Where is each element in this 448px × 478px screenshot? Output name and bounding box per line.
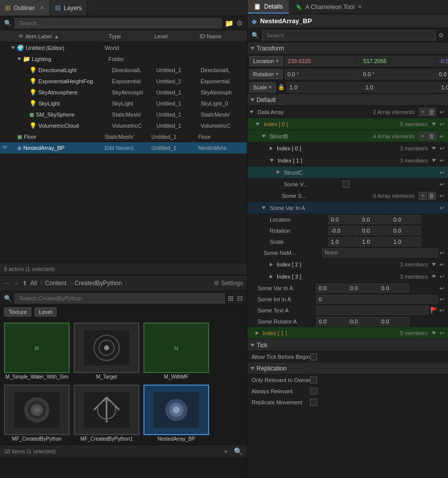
asset-m-simple-water[interactable]: M M_Simple_Water_With_Sim bbox=[4, 323, 70, 381]
data-array-del-btn[interactable]: 🗑 bbox=[428, 108, 436, 116]
rotation-y-field[interactable] bbox=[361, 69, 435, 79]
nav-up-btn[interactable]: ⬆ bbox=[22, 280, 27, 287]
struct-b-revert-btn[interactable]: ↩ bbox=[438, 132, 446, 140]
struct-c-some-v-revert[interactable]: ↩ bbox=[438, 180, 446, 188]
inner-rot-x[interactable] bbox=[328, 226, 359, 235]
inner-loc-x[interactable] bbox=[328, 215, 359, 224]
struct-c-expand[interactable] bbox=[276, 171, 280, 174]
index-0-revert-btn[interactable]: ↩ bbox=[438, 120, 446, 128]
location-y-field[interactable] bbox=[361, 56, 436, 66]
some-text-field[interactable] bbox=[316, 306, 429, 315]
breadcrumb-content[interactable]: Content bbox=[45, 280, 66, 287]
top-some-var-z[interactable] bbox=[379, 284, 409, 293]
tab-details[interactable]: 📋 Details bbox=[247, 0, 289, 14]
rotation-z-field[interactable] bbox=[436, 69, 448, 79]
location-z-field[interactable] bbox=[437, 56, 448, 66]
struct-b-del-btn[interactable]: 🗑 bbox=[428, 132, 436, 140]
index-0-expand[interactable] bbox=[256, 123, 260, 126]
data-array-add-btn[interactable]: + bbox=[419, 108, 427, 116]
struct-c-some-v-checkbox[interactable] bbox=[342, 181, 350, 188]
rotation-select[interactable]: Rotation ▼ bbox=[250, 69, 283, 79]
struct-c-some-s-add-btn[interactable]: + bbox=[419, 192, 427, 200]
struct-b-index-1-row[interactable]: Index [ 1 ] 3 members ↩ bbox=[247, 154, 448, 167]
tree-row-skylight[interactable]: 👁 💡 SkyLight SkyLight Untitled_1 SkyLigh… bbox=[0, 98, 247, 109]
transform-section-header[interactable]: Transform bbox=[247, 42, 448, 55]
index-1-revert-btn[interactable]: ↩ bbox=[438, 329, 446, 337]
details-search-input[interactable] bbox=[262, 30, 435, 40]
eye-icon-nested-bp[interactable]: 👁 bbox=[2, 144, 9, 151]
only-relevant-checkbox[interactable] bbox=[310, 377, 317, 384]
breadcrumb-created[interactable]: CreatedByPython bbox=[74, 280, 122, 287]
some-int-field[interactable] bbox=[316, 295, 438, 304]
struct-b-index-3-chevron[interactable] bbox=[432, 275, 436, 278]
scale-y-field[interactable] bbox=[363, 82, 437, 92]
replicate-movement-checkbox[interactable] bbox=[310, 399, 317, 406]
asset-nested-bp[interactable]: NestedArray_BP bbox=[143, 385, 209, 443]
asset-m-target[interactable]: M_Target bbox=[74, 323, 139, 381]
nav-forward-btn[interactable]: → bbox=[13, 280, 19, 287]
filter-level[interactable]: Level bbox=[34, 307, 57, 316]
some-text-revert[interactable]: ↩ bbox=[438, 306, 446, 314]
inner-scale-x[interactable] bbox=[328, 237, 359, 246]
some-var-in-a-expand[interactable] bbox=[262, 206, 266, 209]
location-select[interactable]: Location ▼ bbox=[250, 56, 283, 66]
struct-b-index-3-revert[interactable]: ↩ bbox=[438, 273, 446, 281]
struct-b-row[interactable]: StructB 4 Array elements + 🗑 ↩ bbox=[247, 130, 448, 142]
asset-mf-created1[interactable]: MF_CreatedByPython bbox=[4, 385, 70, 443]
struct-b-index-0-row[interactable]: Index [ 0 ] 3 members ↩ bbox=[247, 142, 448, 154]
scale-x-field[interactable] bbox=[287, 82, 362, 92]
data-array-revert-btn[interactable]: ↩ bbox=[438, 108, 446, 116]
tab-chameleon[interactable]: 🦎 A Chameleon Tool ✕ bbox=[289, 0, 368, 14]
struct-b-add-btn[interactable]: + bbox=[419, 132, 427, 140]
inner-rot-y[interactable] bbox=[360, 226, 390, 235]
tab-outliner-close[interactable]: ✕ bbox=[40, 5, 44, 11]
struct-c-some-s-row[interactable]: Some S... 0 Array elements + 🗑 ↩ bbox=[247, 190, 448, 202]
filter-texture[interactable]: Texture bbox=[4, 307, 31, 316]
struct-b-index-2-revert[interactable]: ↩ bbox=[438, 260, 446, 269]
some-rotator-x[interactable] bbox=[316, 317, 346, 326]
scale-lock-btn[interactable]: 🔒 bbox=[278, 82, 285, 92]
tree-row-vol-cloud[interactable]: 👁 💡 VolumetricCloud VolumetricC Untitled… bbox=[0, 120, 247, 131]
struct-b-index-2-chevron[interactable] bbox=[432, 263, 436, 266]
some-name-revert[interactable]: ↩ bbox=[438, 249, 446, 257]
struct-b-index-0-expand[interactable] bbox=[270, 146, 273, 150]
top-some-var-x[interactable] bbox=[316, 284, 346, 293]
tree-row-lighting[interactable]: 👁 📁 Lighting Folder bbox=[0, 54, 247, 65]
struct-b-index-2-expand[interactable] bbox=[270, 262, 273, 267]
outliner-search-input[interactable] bbox=[15, 18, 222, 28]
struct-c-revert[interactable]: ↩ bbox=[438, 169, 446, 177]
top-some-var-revert[interactable]: ↩ bbox=[438, 284, 446, 292]
add-bottom-btn[interactable]: + bbox=[221, 446, 231, 456]
index-0-chevron[interactable] bbox=[432, 123, 436, 126]
settings-btn[interactable]: ⚙ Settings bbox=[214, 280, 243, 287]
index-1-row[interactable]: Index [ 1 ] 5 members ↩ bbox=[247, 327, 448, 339]
some-rotator-y[interactable] bbox=[347, 317, 378, 326]
data-array-expand[interactable] bbox=[250, 111, 254, 114]
inner-rot-z[interactable] bbox=[391, 226, 421, 235]
content-search-input[interactable] bbox=[15, 293, 225, 303]
inner-loc-y[interactable] bbox=[360, 215, 390, 224]
tick-section-header[interactable]: Tick bbox=[247, 339, 448, 351]
show-all-btn[interactable]: All bbox=[30, 280, 37, 287]
scale-z-field[interactable] bbox=[438, 82, 448, 92]
tree-row-nested-bp[interactable]: 👁 ◆ NestedArray_BP Edit Nested. Untitled… bbox=[0, 142, 247, 153]
some-var-in-a-row[interactable]: Some Var In A ↩ bbox=[247, 202, 448, 214]
index-1-expand[interactable] bbox=[256, 331, 259, 335]
search-bottom-btn[interactable]: 🔍 bbox=[233, 446, 243, 456]
details-gear-icon[interactable]: ⚙ bbox=[438, 32, 444, 39]
view-icon[interactable]: ⊞ bbox=[228, 294, 234, 302]
rotation-x-field[interactable] bbox=[285, 69, 360, 79]
settings-icon[interactable]: ⚙ bbox=[236, 19, 243, 27]
sort-icon[interactable]: ⊟ bbox=[237, 294, 243, 302]
struct-b-index-1-chevron[interactable] bbox=[432, 159, 436, 162]
index-1-chevron[interactable] bbox=[432, 332, 436, 335]
always-relevant-checkbox[interactable] bbox=[310, 388, 317, 395]
tree-row-directional[interactable]: 👁 💡 DirectionalLight DirectionalL Untitl… bbox=[0, 65, 247, 76]
some-rotator-z[interactable] bbox=[379, 317, 409, 326]
inner-scale-z[interactable] bbox=[391, 237, 421, 246]
tree-row-fog[interactable]: 👁 💡 ExponentialHeightFog Exponential Unt… bbox=[0, 76, 247, 87]
index-0-row[interactable]: Index [ 0 ] 5 members ↩ bbox=[247, 118, 448, 130]
struct-b-index-0-chevron[interactable] bbox=[432, 147, 436, 150]
struct-b-expand[interactable] bbox=[262, 135, 266, 138]
replication-section-header[interactable]: Replication bbox=[247, 362, 448, 375]
